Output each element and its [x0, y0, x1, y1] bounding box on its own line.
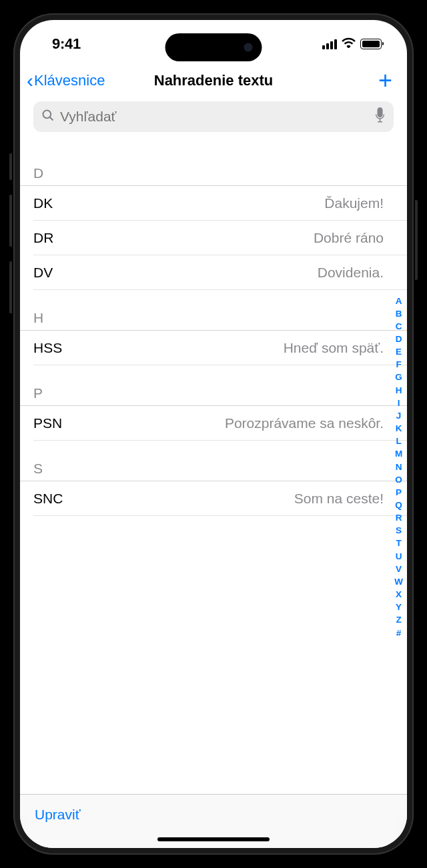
back-button[interactable]: ‹ Klávesnice [27, 71, 105, 91]
shortcut-key: DR [33, 230, 53, 246]
list-item[interactable]: DRDobré ráno [20, 221, 407, 255]
add-button[interactable]: + [378, 72, 392, 89]
section-header: D [20, 140, 407, 186]
section-header: S [20, 441, 407, 481]
shortcut-phrase: Porozprávame sa neskôr. [225, 415, 384, 431]
shortcut-phrase: Dovidenia. [318, 265, 384, 281]
search-icon [41, 109, 55, 125]
index-letter[interactable]: C [396, 320, 402, 333]
shortcut-key: DK [33, 195, 53, 211]
list-item[interactable]: DKĎakujem! [20, 186, 407, 221]
index-letter[interactable]: Z [396, 614, 402, 627]
microphone-icon[interactable] [374, 107, 386, 126]
index-letter[interactable]: K [396, 422, 402, 435]
bottom-toolbar: Upraviť [20, 794, 407, 829]
cellular-signal-icon [322, 39, 337, 49]
index-letter[interactable]: I [398, 397, 400, 409]
index-letter[interactable]: J [396, 409, 402, 422]
section-header: P [20, 365, 407, 406]
status-time: 9:41 [52, 35, 81, 53]
index-letter[interactable]: D [396, 333, 402, 345]
section-header: H [20, 290, 407, 331]
battery-icon [360, 39, 382, 49]
index-letter[interactable]: N [396, 461, 402, 473]
search-input[interactable] [60, 109, 369, 125]
edit-button[interactable]: Upraviť [35, 807, 81, 822]
list-item[interactable]: SNCSom na ceste! [20, 481, 407, 516]
shortcut-phrase: Dobré ráno [314, 230, 384, 246]
list-item[interactable]: DVDovidenia. [20, 255, 407, 290]
index-letter[interactable]: S [396, 525, 402, 537]
index-letter[interactable]: T [396, 537, 402, 550]
list-item[interactable]: HSSHneď som späť. [20, 331, 407, 365]
index-letter[interactable]: U [396, 550, 402, 563]
navigation-bar: ‹ Klávesnice Nahradenie textu + [20, 61, 407, 100]
index-letter[interactable]: X [396, 588, 402, 601]
search-field[interactable] [33, 101, 394, 132]
svg-line-1 [50, 117, 53, 121]
back-label: Klávesnice [34, 72, 105, 89]
index-letter[interactable]: Q [395, 499, 402, 511]
shortcut-phrase: Ďakujem! [324, 195, 384, 211]
index-letter[interactable]: A [396, 295, 402, 307]
index-letter[interactable]: W [394, 575, 403, 588]
list-item[interactable]: PSNPorozprávame sa neskôr. [20, 406, 407, 441]
chevron-left-icon: ‹ [27, 71, 33, 91]
index-letter[interactable]: V [396, 563, 402, 575]
index-letter[interactable]: G [395, 371, 402, 384]
index-letter[interactable]: F [396, 359, 402, 371]
wifi-icon [342, 37, 356, 51]
index-letter[interactable]: M [395, 448, 402, 461]
home-indicator[interactable] [20, 829, 407, 848]
svg-point-0 [43, 111, 51, 119]
index-letter[interactable]: # [396, 627, 402, 639]
index-letter[interactable]: Y [396, 601, 402, 614]
status-icons [322, 37, 382, 51]
shortcut-key: HSS [33, 340, 62, 356]
index-letter[interactable]: H [396, 384, 402, 397]
shortcut-key: PSN [33, 415, 62, 431]
index-letter[interactable]: E [396, 346, 402, 359]
shortcut-key: DV [33, 265, 53, 281]
index-letter[interactable]: R [396, 512, 402, 525]
shortcut-key: SNC [33, 491, 63, 507]
shortcut-phrase: Hneď som späť. [284, 340, 384, 356]
index-letter[interactable]: P [396, 486, 402, 499]
text-replacement-list[interactable]: DDKĎakujem!DRDobré ránoDVDovidenia.HHSSH… [20, 140, 407, 794]
page-title: Nahradenie textu [154, 72, 274, 89]
section-index[interactable]: ABCDEFGHIJKLMNOPQRSTUVWXYZ# [392, 292, 406, 642]
index-letter[interactable]: L [396, 435, 402, 448]
dynamic-island [165, 33, 262, 61]
index-letter[interactable]: B [396, 307, 402, 320]
shortcut-phrase: Som na ceste! [294, 491, 384, 507]
index-letter[interactable]: O [395, 473, 402, 486]
